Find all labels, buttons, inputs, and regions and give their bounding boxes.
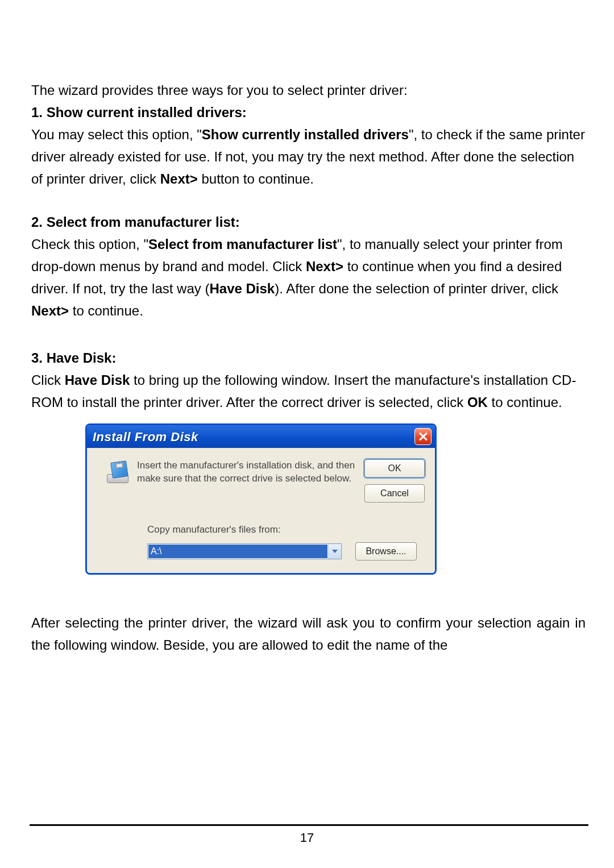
section-1: 1. Show current installed drivers: You m… [31,102,586,190]
close-icon [418,432,428,441]
cancel-button[interactable]: Cancel [364,484,425,502]
dialog-titlebar[interactable]: Install From Disk [87,425,435,448]
ok-button[interactable]: OK [364,459,425,477]
dialog-title: Install From Disk [93,427,198,447]
section-3: 3. Have Disk: Click Have Disk to bring u… [31,347,586,414]
section-1-heading: 1. Show current installed drivers: [31,105,247,120]
path-value: A:\ [148,545,327,558]
section-3-heading: 3. Have Disk: [31,350,116,366]
page-number: 17 [0,830,614,845]
section-2: 2. Select from manufacturer list: Check … [31,211,586,322]
floppy-disk-icon [106,462,128,484]
footer-rule [30,824,588,826]
copy-from-label: Copy manufacturer's files from: [147,522,425,538]
intro-paragraph: The wizard provides three ways for you t… [31,80,586,102]
section-2-text: Check this option, "Select from manufact… [31,236,563,318]
install-from-disk-dialog: Install From Disk Insert the manuf [85,423,437,575]
path-combobox[interactable]: A:\ [147,543,342,559]
section-2-heading: 2. Select from manufacturer list: [31,214,240,230]
document-body: The wizard provides three ways for you t… [31,80,586,657]
section-3-text: Click Have Disk to bring up the followin… [31,372,576,410]
browse-button[interactable]: Browse.... [355,542,417,560]
close-button[interactable] [414,428,432,445]
combobox-arrow-button[interactable] [328,544,341,559]
chevron-down-icon [332,550,338,553]
after-paragraph: After selecting the printer driver, the … [31,612,586,657]
dialog-message: Insert the manufacturer's installation d… [137,459,364,485]
section-1-text: You may select this option, "Show curren… [31,127,585,186]
